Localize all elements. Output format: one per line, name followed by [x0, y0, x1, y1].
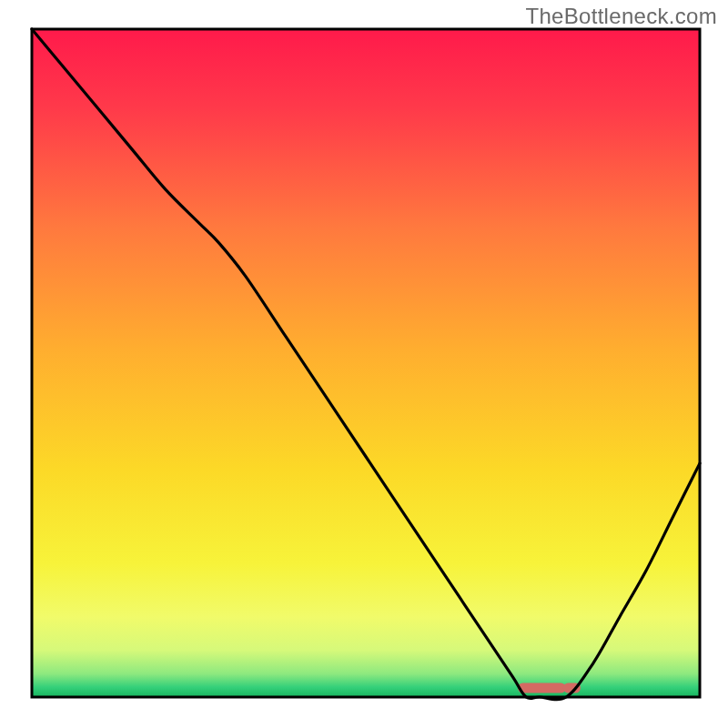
watermark-text: TheBottleneck.com	[525, 4, 717, 29]
plot-background	[32, 29, 700, 697]
chart-svg	[0, 0, 728, 728]
chart-stage: TheBottleneck.com	[0, 0, 728, 728]
